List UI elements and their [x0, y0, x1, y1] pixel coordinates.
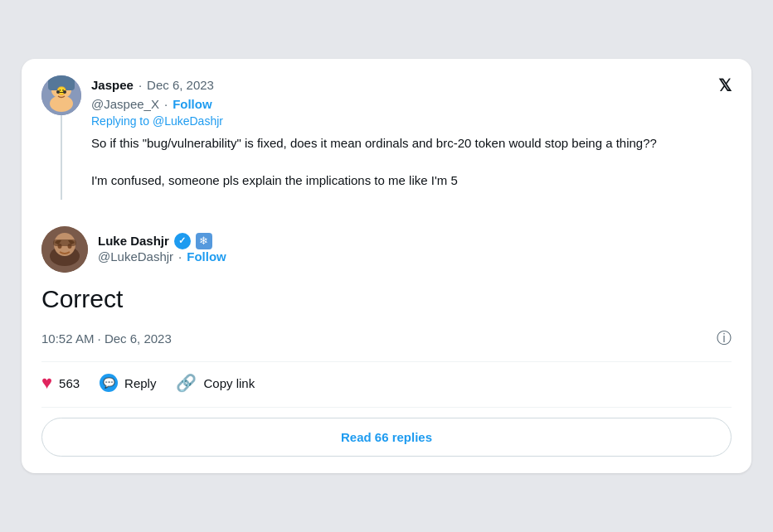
actions-divider — [41, 361, 732, 362]
luke-tweet-section: Luke Dashjr ✓ ❄ @LukeDashjr · Follow Cor… — [41, 213, 732, 457]
replying-to-handle[interactable]: @LukeDashjr — [153, 114, 223, 128]
luke-handle: @LukeDashjr — [98, 249, 173, 264]
reply-label: Reply — [124, 376, 156, 390]
luke-tweet-header: Luke Dashjr ✓ ❄ @LukeDashjr · Follow — [41, 226, 732, 273]
jaspee-tweet-content: Jaspee · Dec 6, 2023 𝕏 @Jaspee_X · Follo… — [91, 75, 732, 201]
header-separator: · — [139, 78, 142, 92]
copy-link-button[interactable]: 🔗 Copy link — [176, 373, 255, 393]
svg-point-5 — [56, 90, 60, 94]
jaspee-avatar: 😐 — [41, 75, 81, 115]
jaspee-header-left: Jaspee · Dec 6, 2023 — [91, 78, 214, 92]
handle-dot: · — [164, 97, 168, 111]
luke-info: Luke Dashjr ✓ ❄ @LukeDashjr · Follow — [98, 233, 226, 267]
link-icon: 🔗 — [176, 373, 197, 393]
tweet-card: 😐 Jaspee · Dec 6, 2023 𝕏 @Jaspee_X — [22, 59, 751, 474]
info-icon[interactable]: ⓘ — [717, 328, 732, 348]
jaspee-handle: @Jaspee_X — [91, 97, 159, 111]
luke-name-row: Luke Dashjr ✓ ❄ — [98, 233, 226, 249]
jaspee-author-name: Jaspee — [91, 78, 134, 92]
jaspee-handle-row: @Jaspee_X · Follow — [91, 97, 732, 111]
thread-left: 😐 — [41, 75, 81, 201]
copy-link-label: Copy link — [203, 376, 255, 390]
replying-to: Replying to @LukeDashjr — [91, 114, 732, 128]
special-badge-icon: ❄ — [196, 233, 212, 249]
tweet-timestamp-row: 10:52 AM · Dec 6, 2023 ⓘ — [41, 328, 732, 348]
jaspee-tweet: 😐 Jaspee · Dec 6, 2023 𝕏 @Jaspee_X — [41, 75, 732, 214]
verified-badge-icon: ✓ — [174, 233, 191, 249]
actions-row: ♥ 563 💬 Reply 🔗 Copy link — [41, 372, 732, 408]
jaspee-tweet-header: Jaspee · Dec 6, 2023 𝕏 — [91, 75, 732, 95]
luke-follow-button[interactable]: Follow — [187, 249, 226, 264]
thread-line — [61, 115, 62, 201]
x-logo-icon: 𝕏 — [718, 75, 732, 95]
heart-icon: ♥ — [41, 372, 52, 394]
luke-author-name: Luke Dashjr — [98, 234, 169, 248]
luke-handle-row: @LukeDashjr · Follow — [98, 249, 226, 264]
read-replies-button[interactable]: Read 66 replies — [41, 418, 732, 457]
reply-button[interactable]: 💬 Reply — [100, 374, 156, 392]
reply-bubble-icon: 💬 — [100, 374, 118, 392]
jaspee-tweet-text: So if this "bug/vulnerability" is fixed,… — [91, 134, 732, 191]
jaspee-date: Dec 6, 2023 — [147, 78, 214, 92]
svg-point-6 — [63, 90, 66, 94]
main-tweet-text: Correct — [41, 283, 732, 315]
svg-rect-12 — [53, 239, 76, 246]
luke-avatar — [41, 226, 88, 273]
jaspee-follow-button[interactable]: Follow — [173, 97, 212, 111]
like-button[interactable]: ♥ 563 — [41, 372, 80, 394]
tweet-timestamp: 10:52 AM · Dec 6, 2023 — [41, 331, 172, 346]
likes-count: 563 — [59, 376, 80, 390]
